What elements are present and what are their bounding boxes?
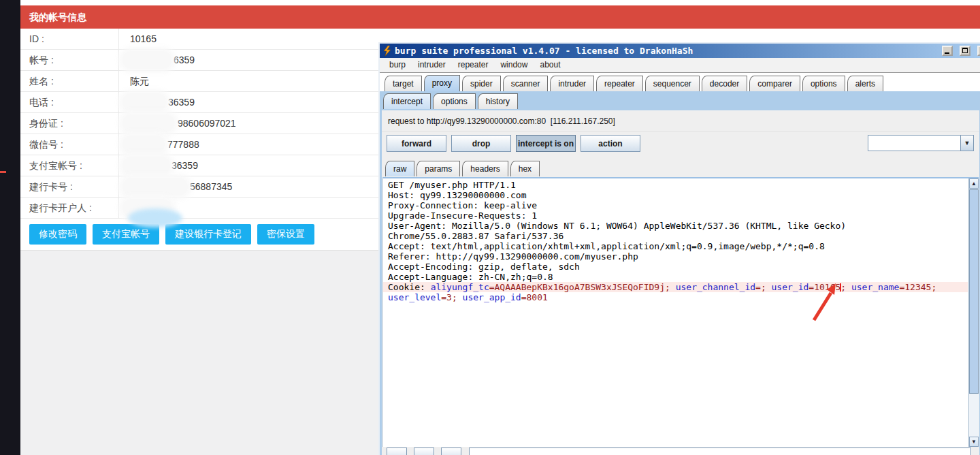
account-action-button[interactable]: 密保设置 <box>257 224 314 245</box>
request-text[interactable]: GET /myuser.php HTTP/1.1Host: qy99.13290… <box>383 180 968 302</box>
field-label: 身份证 : <box>20 113 119 134</box>
action-button[interactable]: action <box>581 135 640 152</box>
tab-spider[interactable]: spider <box>462 76 501 91</box>
forward-button[interactable]: forward <box>387 135 446 152</box>
tab-proxy[interactable]: proxy <box>424 75 460 92</box>
request-line: Referer: http://qy99.13290000000.com/myu… <box>383 251 968 262</box>
burp-main-tabs: targetproxyspiderscannerintruderrepeater… <box>380 73 980 91</box>
account-action-button[interactable]: 修改密码 <box>29 224 86 245</box>
burp-window: burp suite professional v1.4.07 - licens… <box>378 42 980 455</box>
blur-mask <box>122 136 165 153</box>
blur-mask <box>122 178 188 195</box>
request-line: User-Agent: Mozilla/5.0 (Windows NT 6.1;… <box>383 221 968 231</box>
request-line: Upgrade-Insecure-Requests: 1 <box>383 210 968 221</box>
request-segment: Accept: text/html,application/xhtml+xml,… <box>388 241 825 251</box>
minimize-icon <box>945 52 949 54</box>
tab-alerts[interactable]: alerts <box>847 76 883 91</box>
request-segment: Accept-Encoding: gzip, deflate, sdch <box>388 262 580 272</box>
blur-mask <box>122 157 170 174</box>
request-line: Cookie: aliyungf_tc=AQAAABepKBx16goA7BSW… <box>383 282 968 292</box>
request-segment: =8001 <box>521 292 548 302</box>
red-arrow-annotation <box>804 282 845 324</box>
request-segment: user_name <box>851 282 899 292</box>
drop-button[interactable]: drop <box>451 135 511 152</box>
intercept-actions: forwarddropintercept is onaction ▼ <box>382 132 979 158</box>
scroll-up-icon[interactable]: ▲ <box>969 178 979 189</box>
tab-comparer[interactable]: comparer <box>749 76 800 91</box>
field-label: 支付宝帐号 : <box>20 155 119 176</box>
menu-item-repeater[interactable]: repeater <box>452 58 495 72</box>
tab-intruder[interactable]: intruder <box>550 76 594 91</box>
request-segment: Proxy-Connection: keep-alive <box>388 200 537 210</box>
request-line: Chrome/55.0.2883.87 Safari/537.36 <box>383 231 968 241</box>
editor-search-field[interactable] <box>469 448 971 455</box>
request-line: Accept: text/html,application/xhtml+xml,… <box>383 241 968 251</box>
field-label: 建行卡号 : <box>20 176 119 197</box>
field-label: 微信号 : <box>20 134 119 155</box>
edtab-hex[interactable]: hex <box>510 161 540 176</box>
request-line: user_level=3; user_app_id=8001 <box>383 292 968 302</box>
tab-scanner[interactable]: scanner <box>503 76 549 91</box>
burp-menubar: burpintruderrepeaterwindowabout <box>380 58 980 73</box>
tab-repeater[interactable]: repeater <box>596 76 643 91</box>
intercept-panel: request to http://qy99.13290000000.com:8… <box>382 110 979 455</box>
field-label: 建行卡开户人 : <box>20 198 119 218</box>
sidebar-active-indicator <box>0 171 6 173</box>
maximize-icon <box>962 48 968 53</box>
burp-titlebar[interactable]: burp suite professional v1.4.07 - licens… <box>380 44 980 58</box>
burp-lightning-icon <box>382 46 392 56</box>
subtab-options[interactable]: options <box>433 93 476 109</box>
editor-bottom-toolbar <box>382 447 979 455</box>
close-button[interactable]: ✕ <box>977 46 980 56</box>
request-segment: Referer: http://qy99.13290000000.com/myu… <box>388 251 638 262</box>
subtab-history[interactable]: history <box>478 93 518 109</box>
edtab-headers[interactable]: headers <box>462 161 508 176</box>
editor-tool-button-3[interactable] <box>441 448 461 455</box>
tab-target[interactable]: target <box>385 76 422 91</box>
request-line: Proxy-Connection: keep-alive <box>383 200 968 210</box>
screen: 我的帐号信息 ID :10165帐号 :6359姓名 :陈元电话 :36359身… <box>0 0 980 455</box>
request-editor[interactable]: GET /myuser.php HTTP/1.1Host: qy99.13290… <box>382 177 979 447</box>
request-line: Host: qy99.13290000000.com <box>383 190 968 200</box>
dropdown-arrow-icon[interactable]: ▼ <box>960 136 973 151</box>
blur-mask <box>122 114 174 132</box>
editor-tool-button-2[interactable] <box>414 448 434 455</box>
request-segment: Host: qy99.13290000000.com <box>388 190 527 200</box>
field-label: 帐号 : <box>20 50 119 70</box>
editor-tabs: rawparamsheadershex <box>383 161 540 178</box>
edtab-raw[interactable]: raw <box>385 161 414 176</box>
request-segment: user_channel_id <box>676 282 755 292</box>
field-value-text: 陈元 <box>130 76 149 88</box>
tab-options[interactable]: options <box>802 76 845 91</box>
menu-item-window[interactable]: window <box>494 58 534 72</box>
request-segment: user_app_id <box>463 292 521 302</box>
request-segment: GET /myuser.php HTTP/1.1 <box>388 180 516 190</box>
request-line: GET /myuser.php HTTP/1.1 <box>383 180 968 190</box>
request-segment: =AQAAABepKBx16goA7BSW3xJSEQoFID9j; <box>489 282 676 292</box>
menu-item-intruder[interactable]: intruder <box>412 58 452 72</box>
field-label: 姓名 : <box>20 71 119 91</box>
field-label: ID : <box>20 29 119 49</box>
menu-item-about[interactable]: about <box>534 58 566 72</box>
editor-tool-button-1[interactable] <box>387 448 407 455</box>
request-segment: User-Agent: Mozilla/5.0 (Windows NT 6.1;… <box>388 221 846 231</box>
scroll-down-icon[interactable]: ▼ <box>969 437 979 447</box>
maximize-button[interactable] <box>960 46 970 56</box>
scrollbar-thumb[interactable] <box>969 189 979 394</box>
action-dropdown[interactable]: ▼ <box>868 135 974 151</box>
subtab-intercept[interactable]: intercept <box>383 93 431 109</box>
tab-decoder[interactable]: decoder <box>702 76 747 91</box>
blur-mask <box>122 51 172 69</box>
window-title: burp suite professional v1.4.07 - licens… <box>395 46 693 56</box>
menu-item-burp[interactable]: burp <box>383 58 412 72</box>
blur-mask <box>122 93 166 111</box>
intercept-is-on-button[interactable]: intercept is on <box>516 135 576 152</box>
request-segment: =; <box>755 282 771 292</box>
editor-scrollbar[interactable]: ▲ ▼ <box>968 178 979 447</box>
tab-sequencer[interactable]: sequencer <box>645 76 700 91</box>
request-segment: user_id <box>772 282 809 292</box>
panel-title: 我的帐号信息 <box>20 5 980 29</box>
edtab-params[interactable]: params <box>416 161 460 176</box>
account-action-button[interactable]: 建设银行卡登记 <box>165 224 251 245</box>
minimize-button[interactable] <box>942 46 953 56</box>
